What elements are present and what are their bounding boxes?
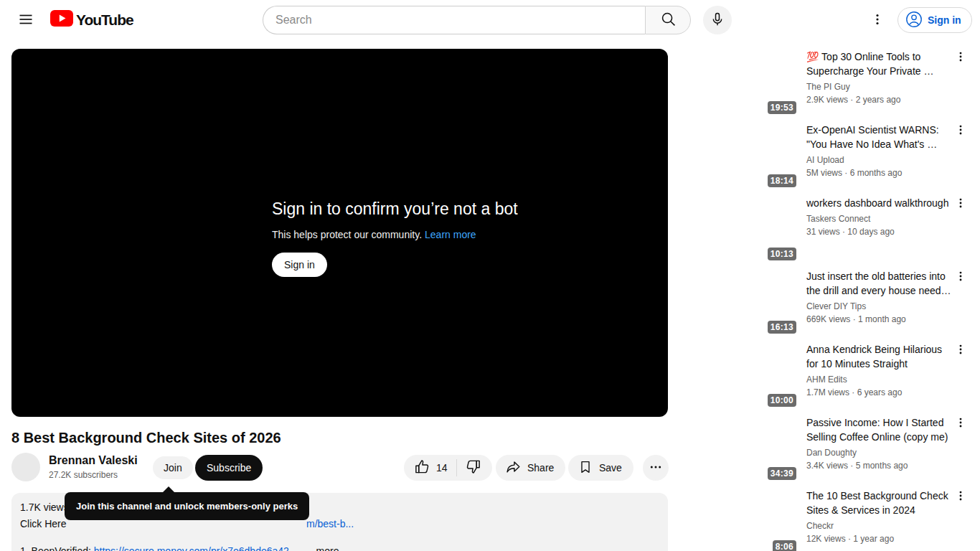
video-details: Ex-OpenAI Scientist WARNS: "You Have No … — [801, 122, 953, 189]
related-video-meta: 669K views · 1 month ago — [806, 314, 951, 325]
dislike-button[interactable] — [457, 455, 492, 481]
video-thumbnail[interactable]: 16:13 — [766, 268, 801, 336]
search-input[interactable] — [263, 6, 645, 34]
click-here-text: Click Here — [20, 518, 67, 529]
signin-label: Sign in — [928, 14, 961, 26]
duration-badge: 8:06 — [773, 540, 796, 551]
related-video-item[interactable]: 19:53 💯 Top 30 Online Tools to Superchar… — [766, 49, 969, 116]
header-more-button[interactable] — [863, 6, 892, 34]
related-video-title: Ex-OpenAI Scientist WARNS: "You Have No … — [806, 123, 951, 151]
youtube-logo[interactable]: YouTube — [50, 10, 133, 29]
related-video-item[interactable]: 8:06 The 10 Best Background Check Sites … — [766, 488, 969, 551]
related-video-meta: 2.9K views · 2 years ago — [806, 94, 951, 105]
related-video-channel: The PI Guy — [806, 81, 951, 93]
video-details: 💯 Top 30 Online Tools to Supercharge You… — [801, 49, 953, 116]
video-thumbnail[interactable]: 34:39 — [766, 415, 801, 482]
youtube-watch-page: YouTube Sign in — [0, 0, 980, 551]
related-video-title: Passive Income: How I Started Selling Co… — [806, 415, 951, 444]
more-dots-icon — [649, 460, 663, 476]
video-thumbnail[interactable]: 10:00 — [766, 342, 801, 409]
video-player[interactable]: Sign in to confirm you’re not a bot This… — [11, 49, 668, 417]
related-video-meta: 12K views · 1 year ago — [806, 533, 951, 545]
like-count: 14 — [436, 462, 448, 474]
related-video-menu-button[interactable] — [953, 197, 969, 212]
related-video-item[interactable]: 10:00 Anna Kendrick Being Hilarious for … — [766, 342, 969, 409]
player-signin-button[interactable]: Sign in — [272, 253, 327, 277]
duration-badge: 16:13 — [768, 321, 796, 334]
play-icon — [50, 10, 73, 29]
related-video-item[interactable]: 16:13 Just insert the old batteries into… — [766, 268, 969, 336]
related-video-item[interactable]: 10:13 workers dashboard walkthrough Task… — [766, 195, 969, 263]
related-video-channel: AI Upload — [806, 154, 951, 166]
related-video-channel: AHM Edits — [806, 374, 951, 385]
thumb-up-icon — [414, 458, 430, 477]
share-label: Share — [527, 462, 554, 474]
related-video-title: Just insert the old batteries into the d… — [806, 269, 951, 298]
related-video-menu-button[interactable] — [953, 343, 969, 359]
app-header: YouTube Sign in — [0, 0, 980, 40]
video-details: Anna Kendrick Being Hilarious for 10 Min… — [801, 342, 953, 409]
like-button[interactable]: 14 — [404, 455, 456, 481]
related-video-menu-button[interactable] — [953, 416, 969, 432]
channel-name[interactable]: Brennan Valeski — [49, 453, 138, 468]
video-details: Passive Income: How I Started Selling Co… — [801, 415, 953, 482]
video-details: Just insert the old batteries into the d… — [801, 268, 953, 336]
save-button[interactable]: Save — [568, 455, 633, 481]
beenverified-link[interactable]: https://secure.money.com/pr/x7e6dbde6a42 — [94, 545, 289, 551]
video-title: 8 Best Background Check Sites of 2026 — [11, 428, 281, 448]
related-video-title: Anna Kendrick Being Hilarious for 10 Min… — [806, 342, 951, 371]
channel-avatar[interactable] — [11, 453, 40, 481]
search-icon — [660, 11, 677, 29]
subscribe-button[interactable]: Subscribe — [195, 455, 263, 481]
join-button[interactable]: Join — [153, 456, 193, 479]
kebab-icon — [954, 197, 967, 212]
thumb-down-icon — [465, 458, 481, 477]
kebab-icon — [954, 270, 967, 285]
video-thumbnail[interactable]: 8:06 — [766, 488, 801, 551]
description-link-fragment[interactable]: m/best-b... — [306, 517, 354, 531]
related-videos-sidebar: 19:53 💯 Top 30 Online Tools to Superchar… — [766, 49, 969, 551]
channel-info: Brennan Valeski 27.2K subscribers — [49, 453, 138, 481]
kebab-icon — [954, 416, 967, 431]
related-video-meta: 5M views · 6 months ago — [806, 167, 951, 179]
mic-button[interactable] — [703, 6, 732, 34]
related-video-menu-button[interactable] — [953, 270, 969, 286]
kebab-icon — [954, 50, 967, 65]
logo-wordmark: YouTube — [76, 11, 133, 29]
search-button[interactable] — [645, 6, 691, 34]
related-video-channel: Checkr — [806, 520, 951, 532]
video-details: The 10 Best Background Check Sites & Ser… — [801, 488, 953, 551]
learn-more-link[interactable]: Learn more — [425, 229, 476, 240]
related-video-item[interactable]: 18:14 Ex-OpenAI Scientist WARNS: "You Ha… — [766, 122, 969, 189]
search-area — [263, 6, 691, 34]
related-video-channel: Taskers Connect — [806, 213, 951, 225]
duration-badge: 34:39 — [768, 467, 796, 480]
related-video-meta: 1.7M views · 6 years ago — [806, 387, 951, 398]
hamburger-icon — [17, 11, 34, 30]
related-video-channel: Dan Doughty — [806, 447, 951, 458]
save-label: Save — [599, 462, 622, 474]
video-thumbnail[interactable]: 19:53 — [766, 49, 801, 116]
bot-check-headline: Sign in to confirm you’re not a bot — [272, 198, 518, 220]
related-video-item[interactable]: 34:39 Passive Income: How I Started Sell… — [766, 415, 969, 482]
video-more-button[interactable] — [643, 455, 669, 481]
show-more-link[interactable]: ...more — [308, 545, 339, 551]
share-icon — [505, 458, 522, 477]
join-tooltip: Join this channel and unlock members-onl… — [65, 492, 309, 520]
video-details: workers dashboard walkthrough Taskers Co… — [801, 195, 953, 263]
video-thumbnail[interactable]: 18:14 — [766, 122, 801, 189]
video-thumbnail[interactable]: 10:13 — [766, 195, 801, 263]
bot-check-message: Sign in to confirm you’re not a bot This… — [272, 198, 518, 277]
related-video-meta: 3.4K views · 5 months ago — [806, 460, 951, 471]
menu-button[interactable] — [11, 6, 40, 34]
share-button[interactable]: Share — [496, 455, 565, 481]
kebab-icon — [954, 343, 967, 358]
header-signin-button[interactable]: Sign in — [897, 7, 972, 33]
related-video-menu-button[interactable] — [953, 123, 969, 139]
related-video-menu-button[interactable] — [953, 50, 969, 66]
mic-icon — [710, 11, 725, 29]
related-video-menu-button[interactable] — [953, 489, 969, 505]
like-dislike-group: 14 — [404, 455, 492, 481]
related-video-title: workers dashboard walkthrough — [806, 196, 951, 210]
kebab-icon — [870, 12, 885, 29]
